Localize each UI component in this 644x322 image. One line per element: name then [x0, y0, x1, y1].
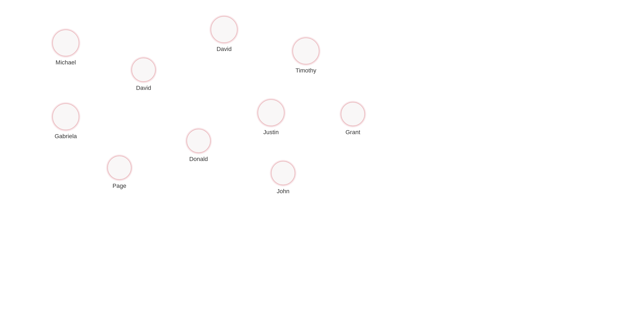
node-donald[interactable]: Donald — [186, 129, 211, 163]
node-timothy[interactable]: Timothy — [292, 38, 319, 74]
node-justin[interactable]: Justin — [258, 99, 284, 136]
avatar-grant — [341, 102, 365, 126]
avatar-justin — [258, 99, 284, 126]
avatar-david2 — [211, 16, 237, 43]
label-page: Page — [112, 182, 126, 189]
avatar-michael — [52, 30, 79, 56]
label-grant: Grant — [345, 129, 360, 136]
avatar-page — [107, 156, 131, 180]
node-michael[interactable]: Michael — [52, 30, 79, 66]
label-john: John — [277, 188, 290, 195]
label-david1: David — [136, 85, 151, 92]
label-david2: David — [217, 46, 232, 53]
label-justin: Justin — [263, 129, 279, 136]
node-john[interactable]: John — [271, 161, 295, 195]
node-gabriela[interactable]: Gabriela — [52, 103, 79, 140]
label-michael: Michael — [56, 59, 76, 66]
label-donald: Donald — [189, 156, 208, 163]
node-david1[interactable]: David — [131, 58, 156, 92]
avatar-timothy — [292, 38, 319, 64]
label-gabriela: Gabriela — [54, 133, 77, 140]
avatar-donald — [186, 129, 211, 153]
avatar-david1 — [131, 58, 156, 82]
node-david2[interactable]: David — [211, 16, 237, 53]
node-page[interactable]: Page — [107, 156, 131, 189]
avatar-gabriela — [52, 103, 79, 130]
node-grant[interactable]: Grant — [341, 102, 365, 136]
avatar-john — [271, 161, 295, 185]
label-timothy: Timothy — [295, 67, 316, 74]
